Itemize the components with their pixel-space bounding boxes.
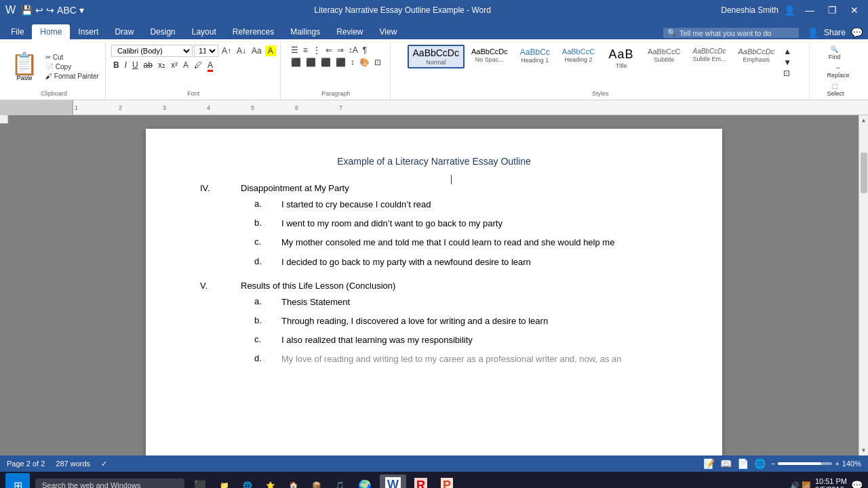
- borders-button[interactable]: ⊡: [372, 57, 383, 68]
- subscript-button[interactable]: x₂: [156, 60, 167, 70]
- start-button[interactable]: ⊞: [5, 473, 30, 488]
- taskbar-edge[interactable]: 🌐: [237, 474, 258, 488]
- taskbar-word[interactable]: W: [380, 474, 406, 488]
- style-heading2[interactable]: AaBbCcC Heading 2: [557, 45, 600, 66]
- tab-mailings[interactable]: Mailings: [282, 24, 328, 39]
- font-case-button[interactable]: Aa: [250, 45, 264, 56]
- style-heading1[interactable]: AaBbCc Heading 1: [515, 45, 555, 66]
- style-title[interactable]: AaB Title: [601, 45, 641, 72]
- align-right-button[interactable]: ⬛: [319, 57, 333, 68]
- save-icon[interactable]: 💾: [21, 5, 33, 16]
- account-icon[interactable]: 👤: [784, 5, 795, 16]
- styles-down-button[interactable]: ▼: [781, 57, 793, 68]
- styles-more-button[interactable]: ⊡: [781, 68, 793, 79]
- spellcheck-icon[interactable]: ABC: [57, 5, 77, 16]
- tab-view[interactable]: View: [372, 24, 406, 39]
- taskbar-store[interactable]: 📦: [307, 474, 327, 488]
- italic-button[interactable]: I: [123, 60, 129, 70]
- tab-file[interactable]: File: [3, 24, 32, 39]
- redo-icon[interactable]: ↪: [46, 5, 54, 16]
- find-button[interactable]: 🔍 Find: [824, 45, 844, 62]
- font-color-button[interactable]: A: [205, 60, 215, 70]
- view-web-icon[interactable]: 🌐: [754, 458, 766, 469]
- document-page[interactable]: Example of a Literacy Narrative Essay Ou…: [146, 129, 722, 455]
- highlight-color-button[interactable]: 🖊: [192, 60, 204, 70]
- taskbar-music[interactable]: 🎵: [330, 474, 350, 488]
- text-effects-button[interactable]: A: [181, 60, 191, 70]
- cut-button[interactable]: ✂ Cut: [43, 53, 101, 62]
- strikethrough-button[interactable]: ab: [142, 60, 155, 70]
- task-view-button[interactable]: ⬛: [187, 473, 212, 488]
- zoom-out-button[interactable]: −: [771, 460, 775, 468]
- view-read-icon[interactable]: 📖: [720, 458, 732, 469]
- decrease-font-button[interactable]: A↓: [235, 45, 248, 56]
- align-left-button[interactable]: ⬛: [289, 57, 303, 68]
- tab-design[interactable]: Design: [142, 24, 183, 39]
- close-button[interactable]: ✕: [846, 3, 863, 17]
- format-painter-button[interactable]: 🖌 Format Painter: [43, 72, 101, 81]
- shading-button[interactable]: 🎨: [357, 57, 372, 68]
- style-normal[interactable]: AaBbCcDc Normal: [408, 45, 465, 68]
- style-subtle-em[interactable]: AaBbCcDc Subtle Em...: [687, 45, 731, 65]
- tab-home[interactable]: Home: [32, 24, 70, 39]
- taskbar-app2[interactable]: R: [409, 474, 433, 488]
- bold-button[interactable]: B: [111, 60, 121, 70]
- view-print-icon[interactable]: 📄: [737, 458, 749, 469]
- zoom-in-button[interactable]: +: [835, 460, 839, 468]
- replace-button[interactable]: ↔ Replace: [824, 63, 852, 80]
- tab-layout[interactable]: Layout: [184, 24, 224, 39]
- superscript-button[interactable]: x²: [169, 60, 180, 70]
- select-button[interactable]: ⬚ Select: [824, 81, 846, 98]
- highlight-button[interactable]: A: [265, 45, 276, 56]
- scroll-down-button[interactable]: ▼: [859, 445, 868, 455]
- taskbar-home[interactable]: 🏠: [283, 474, 304, 488]
- document-scroll[interactable]: Example of a Literacy Narrative Essay Ou…: [9, 115, 859, 455]
- style-no-spacing[interactable]: AaBbCcDc No Spac...: [466, 45, 513, 66]
- paste-button[interactable]: 📋 Paste: [7, 52, 42, 83]
- scroll-up-button[interactable]: ▲: [859, 115, 868, 125]
- undo-icon[interactable]: ↩: [35, 5, 43, 16]
- underline-button[interactable]: U: [130, 60, 140, 70]
- share-label[interactable]: Share: [824, 28, 846, 37]
- taskbar-explorer[interactable]: 📁: [214, 474, 235, 488]
- multilevel-list-button[interactable]: ⋮: [311, 45, 323, 56]
- tab-draw[interactable]: Draw: [106, 24, 142, 39]
- styles-up-button[interactable]: ▲: [781, 46, 793, 57]
- decrease-indent-button[interactable]: ⇐: [323, 45, 334, 56]
- vertical-scrollbar[interactable]: ▲ ▼: [859, 115, 868, 455]
- minimize-button[interactable]: —: [801, 3, 818, 17]
- increase-indent-button[interactable]: ⇒: [335, 45, 346, 56]
- taskbar-ie[interactable]: ⭐: [260, 474, 281, 488]
- font-size-selector[interactable]: 11: [194, 45, 218, 57]
- font-family-selector[interactable]: Calibri (Body): [111, 45, 193, 57]
- taskbar-ppt[interactable]: P: [435, 474, 458, 488]
- copy-button[interactable]: 📄 Copy: [43, 62, 101, 71]
- customize-icon[interactable]: ▾: [79, 5, 84, 16]
- bullets-button[interactable]: ☰: [289, 45, 300, 56]
- font-label: Font: [187, 89, 199, 98]
- numbered-list-button[interactable]: ≡: [301, 45, 310, 56]
- proofing-icon[interactable]: ✓: [101, 460, 107, 468]
- tab-insert[interactable]: Insert: [70, 24, 106, 39]
- ribbon-search-box[interactable]: 🔍 Tell me what you want to do: [663, 28, 799, 38]
- zoom-slider[interactable]: [778, 462, 832, 465]
- share-icon[interactable]: 👤: [807, 27, 818, 38]
- increase-font-button[interactable]: A↑: [220, 45, 233, 56]
- taskbar-browser2[interactable]: 🌍: [353, 474, 377, 488]
- comment-icon[interactable]: 💬: [851, 27, 863, 38]
- show-marks-button[interactable]: ¶: [361, 45, 369, 56]
- style-subtitle[interactable]: AaBbCcC Subtitle: [642, 45, 686, 66]
- tab-review[interactable]: Review: [328, 24, 371, 39]
- style-emphasis[interactable]: AaBbCcDc Emphasis: [732, 45, 780, 66]
- taskbar-search[interactable]: Search the web and Windows: [35, 479, 184, 488]
- line-spacing-button[interactable]: ↕: [349, 57, 357, 68]
- align-center-button[interactable]: ⬛: [304, 57, 318, 68]
- restore-button[interactable]: ❐: [824, 3, 841, 17]
- tab-references[interactable]: References: [224, 24, 282, 39]
- action-center-icon[interactable]: 💬: [851, 480, 863, 488]
- zoom-control[interactable]: − + 140%: [771, 460, 861, 468]
- justify-button[interactable]: ⬛: [334, 57, 348, 68]
- sort-button[interactable]: ↕A: [347, 45, 360, 56]
- scroll-thumb[interactable]: [861, 152, 867, 193]
- notes-icon[interactable]: 📝: [703, 458, 715, 469]
